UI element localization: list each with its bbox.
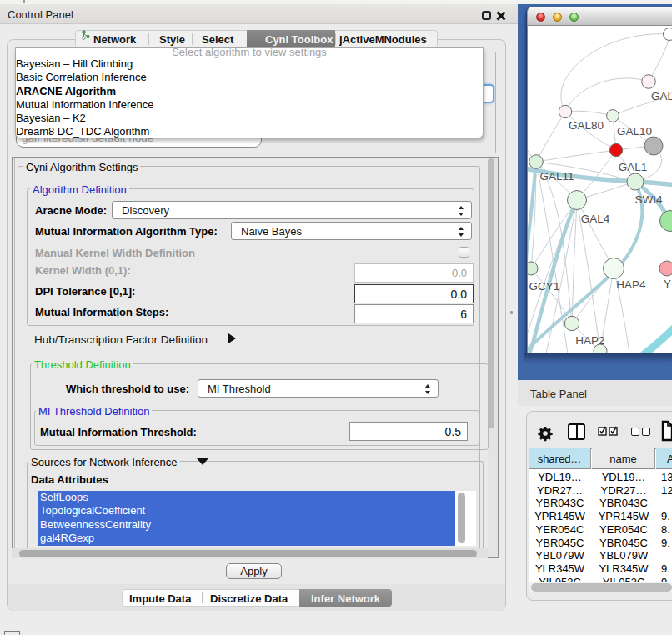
svg-text:GAL10: GAL10: [617, 125, 652, 138]
svg-text:GAL7: GAL7: [651, 90, 672, 102]
svg-text:GCY1: GCY1: [529, 280, 560, 292]
svg-text:HAP4: HAP4: [616, 278, 646, 291]
svg-text:GAL1: GAL1: [619, 161, 648, 173]
svg-text:HAP2: HAP2: [575, 334, 604, 347]
svg-text:GAL11: GAL11: [539, 170, 574, 182]
svg-text:SWI4: SWI4: [634, 193, 662, 206]
svg-text:Y: Y: [664, 278, 671, 290]
svg-text:GAL80: GAL80: [569, 119, 604, 132]
svg-text:GAL4: GAL4: [581, 212, 610, 225]
